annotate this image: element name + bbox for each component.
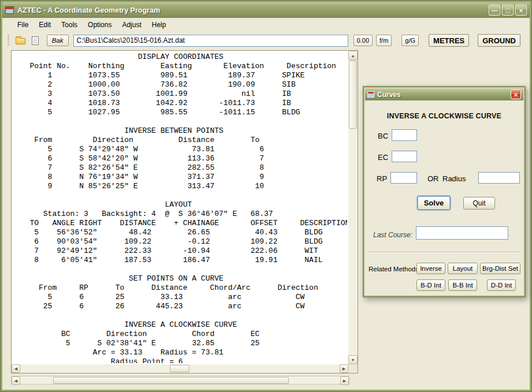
b-d-int-button[interactable]: B-D Int [416,279,445,291]
scroll-left-arrow-icon[interactable]: ◀ [12,364,20,373]
toolbar: Bak 0.00 f/m g/G METRES GROUND [3,32,529,49]
curves-heading: INVERSE A CLOCKWISE CURVE [365,112,523,120]
scrollbar-corner [348,364,358,373]
decimal-places-button[interactable]: 0.00 [354,35,373,46]
menu-adjust[interactable]: Adjust [117,18,146,31]
menu-file[interactable]: File [12,18,34,31]
or-label: OR [427,174,439,183]
last-course-label: Last Course: [373,231,412,239]
radius-input[interactable] [478,172,520,184]
curves-dialog-title: Curves [377,91,511,99]
ec-input[interactable] [392,151,417,162]
close-button[interactable]: × [515,5,527,16]
curves-dialog: Curves × INVERSE A CLOCKWISE CURVE BC EC… [363,86,526,297]
last-course-field [416,226,508,240]
bak-button[interactable]: Bak [47,35,69,46]
open-file-button[interactable] [13,33,28,47]
menu-options[interactable]: Options [83,18,117,31]
d-d-int-button[interactable]: D-D Int [487,279,516,291]
minimize-button[interactable]: — [489,5,500,16]
menu-edit[interactable]: Edit [34,18,56,31]
horizontal-scroll-thumb-outer[interactable] [53,377,289,384]
ground-button[interactable]: GROUND [478,34,520,47]
menu-bar: File Edit Tools Options Adjust Help [3,18,529,32]
new-file-button[interactable] [28,33,43,47]
open-folder-icon [16,38,25,44]
menu-help[interactable]: Help [147,18,172,31]
radius-label: Radius [442,174,466,183]
outer-scroll-left-arrow-icon[interactable]: ◀ [12,376,20,385]
layout-button[interactable]: Layout [448,263,478,274]
maximize-button[interactable]: □ [502,5,514,16]
bc-label: BC [378,132,388,140]
brg-dist-set-button[interactable]: Brg-Dist Set [480,263,520,274]
vertical-scroll-thumb[interactable] [349,61,357,129]
grid-ground-button[interactable]: g/G [401,35,419,46]
metres-button[interactable]: METRES [429,34,469,47]
ec-label: EC [378,153,388,162]
curves-dialog-icon [367,91,374,98]
vertical-scrollbar[interactable]: ▲ ▼ [348,51,358,364]
rp-label: RP [377,174,387,183]
bc-input[interactable] [392,129,417,141]
outer-scroll-right-arrow-icon[interactable]: ▶ [340,376,349,385]
curves-dialog-body: INVERSE A CLOCKWISE CURVE BC EC RP OR Ra… [365,100,523,295]
menu-tools[interactable]: Tools [56,18,83,31]
document-panel: DISPLAY COORDINATES Point No. Northing E… [11,50,358,374]
quit-button[interactable]: Quit [463,197,495,210]
title-bar[interactable]: AZTEC - A Coordinate Geometry Program — … [2,2,530,18]
curves-close-button[interactable]: × [511,89,521,99]
window-title: AZTEC - A Coordinate Geometry Program [17,6,487,14]
b-b-int-button[interactable]: B-B Int [448,279,477,291]
app-icon [5,6,14,14]
horizontal-scroll-thumb-inner[interactable] [170,365,189,372]
file-path-input[interactable] [73,35,348,47]
scroll-down-arrow-icon[interactable]: ▼ [348,355,358,364]
solve-button[interactable]: Solve [417,196,451,210]
horizontal-scrollbar-outer[interactable]: ◀ ▶ [11,376,349,384]
dialog-divider [367,252,521,253]
toolbar-grip[interactable] [8,35,9,46]
app-window: AZTEC - A Coordinate Geometry Program — … [0,0,532,392]
feet-metres-button[interactable]: f/m [376,35,392,46]
rp-input[interactable] [390,172,417,184]
related-methods-label: Related Methods: [369,266,421,272]
document-text[interactable]: DISPLAY COORDINATES Point No. Northing E… [16,53,347,363]
curves-title-bar[interactable]: Curves × [365,88,523,100]
horizontal-scrollbar-inner[interactable]: ◀ ▶ [12,364,348,373]
new-file-icon [32,36,39,45]
inverse-button[interactable]: Inverse [416,263,445,274]
scroll-right-arrow-icon[interactable]: ▶ [340,364,348,373]
scroll-up-arrow-icon[interactable]: ▲ [348,51,358,60]
